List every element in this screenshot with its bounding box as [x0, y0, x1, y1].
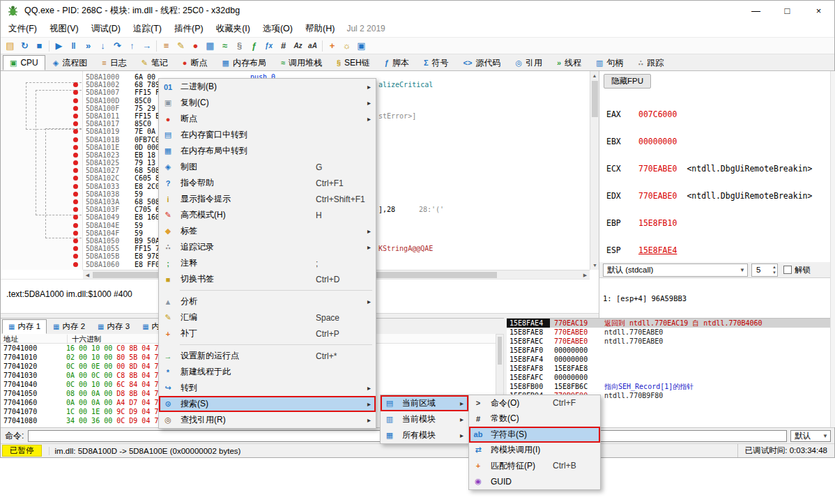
run-icon[interactable]: ▶	[52, 38, 66, 53]
view-tab[interactable]: Σ 符号	[417, 55, 456, 70]
menu-item[interactable]: ◎ 查找引用(R) ▸	[159, 412, 376, 428]
view-tab[interactable]: ≡ 日志	[95, 55, 133, 70]
menu-item[interactable]: ↪ 转到 ▸	[159, 380, 376, 396]
stack-row[interactable]: 15E8FAF815E8FAE8	[507, 364, 830, 373]
breakpoint-dot-icon[interactable]	[73, 137, 78, 142]
case-icon[interactable]: aA	[305, 38, 320, 53]
scroll-up-icon[interactable]: ▲	[590, 71, 599, 80]
breakpoint-dot-icon[interactable]	[73, 176, 78, 181]
disassembly-vscrollbar[interactable]: ▲ ▼	[590, 71, 599, 270]
menu-item[interactable]: ▦ 在内存布局中转到	[159, 143, 376, 159]
breakpoint-dot-icon[interactable]	[73, 82, 78, 87]
command-mode-select[interactable]: 默认▼	[790, 430, 831, 442]
breakpoint-dot-icon[interactable]	[73, 90, 78, 95]
view-tab[interactable]: ▥ 句柄	[589, 55, 630, 70]
step-out-icon[interactable]: ↑	[125, 38, 139, 53]
menu-item[interactable]: ▤ 在内存窗口中转到	[159, 127, 376, 143]
minimize-button[interactable]: —	[740, 1, 772, 20]
breakpoint-dot-icon[interactable]	[73, 98, 78, 103]
menu-item[interactable]: ∴ 追踪记录 ▸	[159, 239, 376, 255]
menu-item[interactable]: ◈ 制图 G	[159, 159, 376, 175]
breakpoint-dot-icon[interactable]	[73, 192, 78, 197]
restart-icon[interactable]: ↻	[17, 38, 32, 53]
menu-item[interactable]: ab 字符串(S)	[469, 427, 600, 443]
menu-item[interactable]: > 命令(O) Ctrl+F	[469, 395, 600, 411]
display-icon[interactable]: ▣	[354, 38, 369, 53]
menu-item[interactable]	[159, 287, 376, 293]
view-tab[interactable]: » 线程	[550, 55, 588, 70]
view-tab[interactable]: ▦ 内存布局	[215, 55, 273, 70]
breakpoint-dot-icon[interactable]	[73, 114, 78, 119]
menubar-item[interactable]: 收藏夹(I)	[210, 21, 256, 37]
close-button[interactable]: ×	[803, 1, 834, 20]
fx-icon[interactable]: ƒx	[261, 38, 276, 53]
breakpoint-dot-icon[interactable]	[73, 121, 78, 126]
breakpoint-dot-icon[interactable]	[73, 238, 78, 243]
menu-item[interactable]: ⊙ 搜索(S) ▸	[159, 396, 376, 412]
menu-item[interactable]: ▲ 分析 ▸	[159, 293, 376, 310]
menu-item[interactable]: ◉ GUID	[469, 474, 600, 490]
menu-item[interactable]: # 常数(C)	[469, 411, 600, 427]
stack-row[interactable]: 15E8FB0015E8FB6C指向SEH_Record[1]的指针	[507, 382, 830, 391]
menubar-item[interactable]: 选项(O)	[256, 21, 299, 37]
breakpoint-dot-icon[interactable]	[73, 129, 78, 134]
toolbar-separator[interactable]	[322, 40, 323, 52]
menu-item[interactable]: + 补丁 Ctrl+P	[159, 326, 376, 342]
step-into-icon[interactable]: ↓	[95, 38, 110, 53]
menubar-item[interactable]: 调试(D)	[85, 21, 127, 37]
menu-item[interactable]: ▣ 复制(C) ▸	[159, 95, 376, 111]
run-trace-icon[interactable]: »	[81, 38, 95, 53]
title-bar[interactable]: QQ.exe - PID: 268C - 模块: im.dll - 线程: 25…	[1, 1, 834, 20]
view-tab[interactable]: ✎ 笔记	[135, 55, 175, 70]
menu-item[interactable]: ◆ 标签 ▸	[159, 223, 376, 239]
registers-pane[interactable]: 隐藏FPU EAX007C6000 EBX00000000 ECX770EABE…	[599, 71, 830, 262]
menu-item[interactable]: ▦ 所有模块 ▸	[381, 427, 468, 443]
view-tab[interactable]: ƒ 脚本	[378, 55, 416, 70]
breakpoint-dot-icon[interactable]	[73, 199, 78, 204]
stepper-arrows-icon[interactable]: ▲▼	[772, 264, 776, 275]
breakpoint-dot-icon[interactable]	[73, 207, 78, 212]
call-stack-icon[interactable]: ≈	[217, 38, 232, 53]
view-tab[interactable]: ◎ 引用	[508, 55, 549, 70]
stop-icon[interactable]: ■	[32, 38, 47, 53]
breakpoint-dot-icon[interactable]	[73, 160, 78, 165]
breakpoint-dot-icon[interactable]	[73, 215, 78, 220]
hash-icon[interactable]: #	[276, 38, 291, 53]
menu-item[interactable]: + 匹配特征(P) Ctrl+B	[469, 458, 600, 474]
menubar-item[interactable]: 视图(V)	[43, 21, 85, 37]
breakpoint-dot-icon[interactable]	[73, 145, 78, 150]
registers-scrollbar[interactable]	[830, 71, 835, 318]
menubar-item[interactable]: 帮助(H)	[299, 21, 341, 37]
menubar-item[interactable]: 文件(F)	[2, 21, 43, 37]
calling-convention-select[interactable]: 默认 (stdcall)▼	[603, 264, 748, 277]
stack-row[interactable]: 15E8FAEC770EABE0ntdll.770EABE0	[507, 337, 830, 346]
unlock-checkbox[interactable]: 解锁	[783, 265, 811, 275]
stack-row[interactable]: 15E8FAF400000000	[507, 355, 830, 364]
step-over-icon[interactable]: ↷	[110, 38, 125, 53]
log-icon[interactable]: ≡	[159, 38, 174, 53]
menu-item[interactable]: ✎ 汇编 Space	[159, 310, 376, 326]
menu-item[interactable]: ✎ 高亮模式(H) H	[159, 207, 376, 223]
pause-icon[interactable]: ‖	[66, 38, 81, 53]
menu-item[interactable]: ■ 切换书签 Ctrl+D	[159, 271, 376, 287]
menu-item[interactable]: ⇄ 跨模块调用(I)	[469, 443, 600, 459]
stack-row[interactable]: 15E8FAF000000000	[507, 346, 830, 355]
breakpoint-dot-icon[interactable]	[73, 254, 78, 259]
az-icon[interactable]: Az	[291, 38, 305, 53]
menu-item[interactable]: ; 注释 ;	[159, 255, 376, 271]
breakpoint-dot-icon[interactable]	[73, 168, 78, 173]
breakpoint-dot-icon[interactable]	[73, 262, 78, 267]
menu-item[interactable]: ● 断点 ▸	[159, 111, 376, 127]
toolbar-separator[interactable]	[49, 40, 49, 52]
hide-fpu-button[interactable]: 隐藏FPU	[604, 74, 651, 89]
view-tab[interactable]: ● 断点	[176, 55, 215, 70]
breakpoint-dot-icon[interactable]	[73, 231, 78, 236]
memory-tab[interactable]: ▦ 内存 3	[91, 319, 136, 334]
menu-item[interactable]	[159, 342, 376, 348]
menu-item[interactable]: ? 指令帮助 Ctrl+F1	[159, 175, 376, 191]
breakpoint-dot-icon[interactable]	[73, 223, 78, 228]
breakpoints-icon[interactable]: ●	[188, 38, 203, 53]
menu-item[interactable]: ▥ 当前模块 ▸	[381, 411, 468, 427]
maximize-button[interactable]: □	[772, 1, 803, 20]
stack-scrollbar[interactable]	[830, 318, 835, 427]
